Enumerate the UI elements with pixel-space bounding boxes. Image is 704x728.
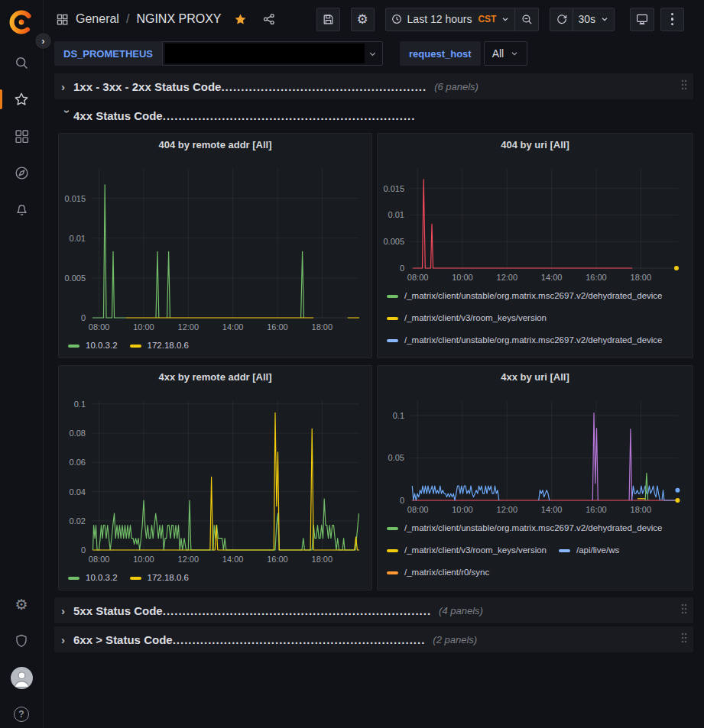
svg-text:0.1: 0.1: [393, 411, 404, 420]
legend-item[interactable]: 172.18.0.6: [130, 570, 189, 586]
panel-title[interactable]: 404 by remote addr [All]: [59, 134, 371, 155]
legend-swatch: [130, 577, 141, 580]
legend-item[interactable]: 172.18.0.6: [130, 338, 189, 354]
favorite-star-icon[interactable]: [233, 12, 248, 27]
row-title: 4xx Status Code: [73, 109, 163, 122]
svg-text:0.015: 0.015: [383, 184, 404, 193]
sidebar-item-dashboards[interactable]: [6, 121, 37, 151]
svg-text:18:00: 18:00: [312, 322, 333, 332]
sidebar-item-starred[interactable]: [6, 84, 37, 115]
legend-label: /_matrix/client/v3/room_keys/version: [404, 354, 547, 358]
legend-item[interactable]: /api/live/ws: [559, 542, 619, 558]
legend-item[interactable]: /_matrix/client/unstable/org.matrix.msc2…: [387, 587, 663, 590]
row-title-dots: ........................................…: [163, 109, 416, 122]
legend-swatch: [387, 295, 398, 298]
timeseries-chart[interactable]: 08:0010:0012:0014:0016:0018:0000.0050.01…: [378, 155, 689, 285]
svg-text:0.01: 0.01: [70, 234, 86, 243]
svg-text:0: 0: [400, 264, 404, 273]
sidebar-item-explore[interactable]: [6, 157, 37, 188]
svg-text:12:00: 12:00: [178, 555, 200, 564]
grafana-logo[interactable]: [8, 9, 34, 35]
chevron-right-icon: ›: [61, 80, 73, 93]
svg-text:10:00: 10:00: [452, 273, 473, 282]
sidebar-item-configuration[interactable]: ⚙: [6, 589, 37, 620]
legend-item[interactable]: /_matrix/client/unstable/org.matrix.msc2…: [387, 332, 663, 348]
svg-text:10:00: 10:00: [452, 505, 473, 514]
row-title: 1xx - 3xx - 2xx Status Code: [73, 80, 221, 93]
legend-item[interactable]: /_matrix/client/v3/room_keys/version: [387, 542, 547, 558]
svg-text:0: 0: [400, 496, 404, 505]
legend-item[interactable]: 10.0.3.2: [68, 338, 118, 354]
tv-mode-button[interactable]: [630, 8, 654, 31]
svg-text:16:00: 16:00: [586, 505, 607, 514]
legend-label: /api/live/ws: [576, 542, 619, 558]
breadcrumb-dashboard-title[interactable]: NGINX PROXY: [136, 12, 221, 26]
time-picker-group: Last 12 hours CST: [385, 8, 540, 31]
dashboard-settings-button[interactable]: ⚙: [351, 8, 375, 31]
legend-item[interactable]: /sw.js: [559, 354, 598, 358]
legend-item[interactable]: 10.0.3.2: [68, 570, 118, 586]
legend-item[interactable]: /_matrix/client/unstable/org.matrix.msc2…: [387, 520, 663, 536]
row-header-5xx[interactable]: › 5xx Status Code ......................…: [54, 597, 693, 623]
svg-text:0: 0: [81, 545, 86, 555]
legend-swatch: [387, 339, 398, 342]
panel-title[interactable]: 4xx by uri [All]: [378, 366, 693, 387]
sidebar-expand-button[interactable]: ›: [34, 32, 52, 50]
legend-label: 172.18.0.6: [148, 338, 189, 354]
refresh-interval-picker[interactable]: 30s: [573, 8, 615, 31]
sidebar-item-server-admin[interactable]: [6, 626, 37, 656]
save-dashboard-button[interactable]: [316, 8, 340, 31]
breadcrumb: General / NGINX PROXY: [56, 12, 276, 27]
legend-label: /_matrix/client/unstable/org.matrix.msc2…: [404, 332, 663, 348]
legend-swatch: [68, 345, 79, 348]
dashboards-grid-icon: [56, 13, 69, 26]
legend-label: 10.0.3.2: [86, 570, 118, 586]
legend-item[interactable]: /_matrix/client/r0/sync: [387, 565, 489, 581]
sidebar-item-profile[interactable]: [6, 662, 37, 693]
timeseries-chart[interactable]: 08:0010:0012:0014:0016:0018:0000.020.040…: [60, 387, 370, 567]
row-drag-handle[interactable]: [680, 603, 688, 618]
timeseries-chart[interactable]: 08:0010:0012:0014:0016:0018:0000.0050.01…: [60, 155, 370, 335]
panel-title[interactable]: 404 by uri [All]: [378, 134, 693, 155]
share-icon[interactable]: [262, 12, 276, 26]
row-header-6xx[interactable]: › 6xx > Status Code ....................…: [54, 626, 693, 652]
row-header-4xx[interactable]: › 4xx Status Code ......................…: [54, 105, 693, 126]
svg-text:14:00: 14:00: [541, 505, 563, 514]
breadcrumb-folder[interactable]: General: [76, 12, 119, 26]
variable-host-dropdown[interactable]: All: [484, 41, 528, 66]
timeseries-chart[interactable]: 08:0010:0012:0014:0016:0018:0000.050.1: [378, 387, 689, 517]
kebab-menu-button[interactable]: [660, 8, 684, 31]
row-drag-handle[interactable]: [680, 79, 688, 94]
legend-item[interactable]: /_matrix/client/v3/room_keys/version: [387, 354, 547, 358]
panel-404-by-uri: 404 by uri [All] 08:0010:0012:0014:0016:…: [377, 133, 693, 358]
legend-item[interactable]: /_matrix/client/unstable/org.matrix.msc2…: [387, 288, 663, 304]
row-drag-handle[interactable]: [680, 632, 688, 647]
panel-legend: 10.0.3.2172.18.0.6: [59, 567, 371, 586]
svg-text:0.005: 0.005: [383, 237, 404, 246]
row-title-dots: ........................................…: [173, 633, 426, 646]
refresh-icon: [556, 13, 568, 25]
panel-grid: 404 by remote addr [All] 08:0010:0012:00…: [58, 133, 704, 590]
sidebar-item-alerting[interactable]: [6, 194, 37, 225]
kebab-icon: [671, 13, 674, 26]
panel-title[interactable]: 4xx by remote addr [All]: [59, 366, 371, 387]
legend-label: /_matrix/client/unstable/org.matrix.msc2…: [404, 520, 663, 536]
gear-icon: ⚙: [356, 13, 368, 26]
svg-text:0.005: 0.005: [64, 273, 86, 283]
svg-text:0.04: 0.04: [70, 487, 86, 497]
legend-item[interactable]: /_matrix/client/v3/room_keys/version: [387, 310, 547, 326]
row-header-1xx-3xx-2xx[interactable]: › 1xx - 3xx - 2xx Status Code ..........…: [54, 73, 693, 99]
chevron-right-icon: ›: [61, 633, 73, 646]
legend-swatch: [387, 317, 398, 320]
zoom-out-time-button[interactable]: [515, 8, 539, 31]
sidebar-item-help[interactable]: ?: [6, 699, 37, 728]
chevron-down-icon: [600, 15, 609, 24]
refresh-button[interactable]: [550, 8, 573, 31]
timezone-label: CST: [478, 14, 496, 24]
time-range-picker[interactable]: Last 12 hours CST: [385, 8, 516, 31]
sidebar-item-search[interactable]: [6, 47, 37, 78]
star-icon: [13, 91, 30, 108]
svg-text:0.05: 0.05: [388, 453, 404, 462]
legend-label: /sw.js: [576, 354, 598, 358]
variable-ds-dropdown[interactable]: [162, 41, 383, 66]
